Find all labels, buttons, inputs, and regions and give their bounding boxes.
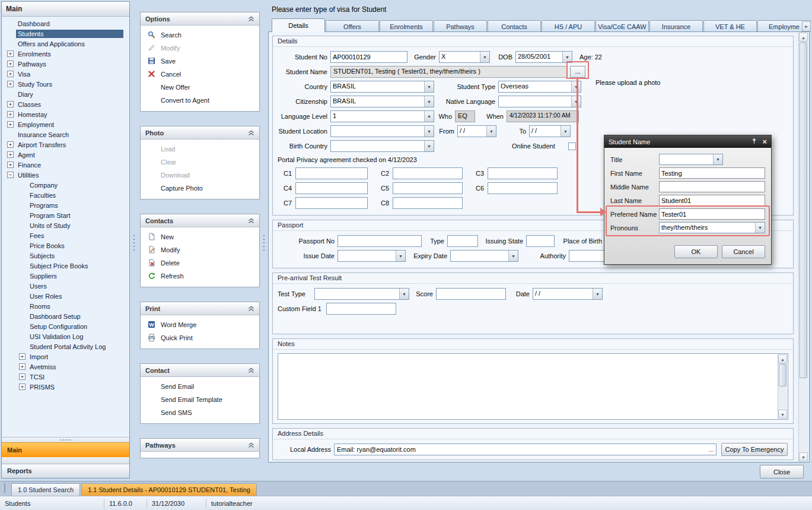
sidebar-item-dashboard[interactable]: Dashboard <box>2 18 129 28</box>
sidebar-item-fees[interactable]: Fees <box>2 230 129 240</box>
panel-item-convert-to-agent[interactable]: Convert to Agent <box>141 94 259 107</box>
expiry-date-combo[interactable]: ▼ <box>450 250 518 262</box>
panel-item-modify[interactable]: Modify <box>141 42 259 55</box>
dropdown-arrow-icon[interactable]: ▼ <box>424 81 434 92</box>
tab-details[interactable]: Details <box>272 18 325 32</box>
notes-scrollbar-thumb[interactable] <box>779 364 786 387</box>
from-date-combo[interactable]: / / ▼ <box>457 125 496 137</box>
dropdown-arrow-icon[interactable]: ▼ <box>593 289 602 299</box>
dropdown-arrow-icon[interactable]: ▼ <box>713 154 722 164</box>
expand-plus-icon[interactable]: + <box>7 121 14 128</box>
to-date-combo[interactable]: / / ▼ <box>529 125 571 137</box>
panel-item-send-sms[interactable]: Send SMS <box>141 406 259 419</box>
test-date-combo[interactable]: / / ▼ <box>533 288 603 300</box>
sidebar-item-students[interactable]: Students <box>2 28 129 39</box>
sidebar-item-programs[interactable]: Programs <box>2 200 129 210</box>
edit-address-button[interactable]: ... <box>706 446 716 453</box>
sidebar-item-price-books[interactable]: Price Books <box>2 240 129 251</box>
dropdown-arrow-icon[interactable]: ▼ <box>424 111 434 122</box>
page-scrollbar[interactable]: ▲ ▼ <box>798 33 808 461</box>
panel-item-modify[interactable]: Modify <box>141 243 259 256</box>
sidebar-item-pathways[interactable]: +Pathways <box>2 59 129 69</box>
panel-item-save[interactable]: Save <box>141 55 259 68</box>
dropdown-arrow-icon[interactable]: ▼ <box>424 141 434 151</box>
doc-tab-student-search[interactable]: 1.0 Student Search <box>11 483 80 496</box>
dialog-close-icon[interactable]: × <box>762 138 767 145</box>
expand-plus-icon[interactable]: + <box>19 363 26 370</box>
student-type-combo[interactable]: Overseas ▼ <box>498 81 581 93</box>
dropdown-arrow-icon[interactable]: ▼ <box>562 52 572 62</box>
preferred-name-input[interactable] <box>659 208 765 220</box>
tab-offers[interactable]: Offers <box>326 20 379 32</box>
panel-item-download[interactable]: Download <box>141 169 259 182</box>
edit-student-name-button[interactable]: ... <box>570 66 585 78</box>
sidebar-item-agent[interactable]: +Agent <box>2 150 129 160</box>
sidebar-item-import[interactable]: +Import <box>2 351 129 362</box>
sidebar-footer-main[interactable]: Main <box>2 442 129 457</box>
birth-country-combo[interactable]: ▼ <box>330 140 434 152</box>
c8-input[interactable] <box>393 197 463 209</box>
sidebar-item-program-start[interactable]: Program Start <box>2 210 129 220</box>
sidebar-item-offers-and-applications[interactable]: Offers and Applications <box>2 39 129 49</box>
sidebar-item-rooms[interactable]: Rooms <box>2 301 129 311</box>
tab-bar-grip-icon[interactable] <box>4 483 7 493</box>
expand-plus-icon[interactable]: + <box>19 353 26 360</box>
c1-input[interactable] <box>295 167 368 179</box>
sidebar-item-finance[interactable]: +Finance <box>2 160 129 170</box>
panels-splitter[interactable] <box>261 1 267 479</box>
gender-combo[interactable]: X ▼ <box>439 51 490 63</box>
sidebar-footer-reports[interactable]: Reports <box>2 464 129 478</box>
expand-plus-icon[interactable]: + <box>19 384 26 390</box>
expand-plus-icon[interactable]: + <box>7 161 14 168</box>
panel-header-options[interactable]: Options <box>141 12 259 26</box>
scroll-down-icon[interactable]: ▼ <box>778 410 787 419</box>
expand-plus-icon[interactable]: + <box>7 61 14 67</box>
scroll-down-icon[interactable]: ▼ <box>799 452 808 461</box>
online-student-checkbox[interactable] <box>568 142 576 150</box>
c3-input[interactable] <box>488 167 558 179</box>
pin-icon[interactable] <box>751 138 757 145</box>
sidebar-item-homestay[interactable]: +Homestay <box>2 109 129 119</box>
sidebar-item-company[interactable]: Company <box>2 180 129 190</box>
dropdown-arrow-icon[interactable]: ▼ <box>480 52 489 62</box>
c7-input[interactable] <box>295 197 368 209</box>
panel-item-send-email[interactable]: Send Email <box>141 380 259 393</box>
doc-tab-student-details[interactable]: 1.1 Student Details - AP00010129 STUDENT… <box>81 483 257 496</box>
panel-item-cancel[interactable]: Cancel <box>141 68 259 81</box>
panel-item-new-offer[interactable]: New Offer <box>141 81 259 94</box>
sidebar-item-subjects[interactable]: Subjects <box>2 251 129 261</box>
collapse-chevron-icon[interactable] <box>248 16 254 22</box>
passport-no-input[interactable] <box>337 235 422 247</box>
sidebar-item-study-tours[interactable]: +Study Tours <box>2 79 129 89</box>
expand-plus-icon[interactable]: + <box>7 50 14 57</box>
native-language-combo[interactable]: ▼ <box>498 96 581 107</box>
sidebar-item-tcsi[interactable]: +TCSI <box>2 372 129 382</box>
expand-plus-icon[interactable]: + <box>7 81 14 87</box>
collapse-chevron-icon[interactable] <box>248 218 254 224</box>
sidebar-item-classes[interactable]: +Classes <box>2 99 129 109</box>
issue-date-combo[interactable]: ▼ <box>337 250 406 262</box>
cancel-button[interactable]: Cancel <box>722 245 765 258</box>
student-location-combo[interactable]: ▼ <box>330 125 434 137</box>
dob-date-combo[interactable]: 28/05/2001 ▼ <box>515 51 572 63</box>
tab-pathways[interactable]: Pathways <box>434 20 487 32</box>
citizenship-combo[interactable]: BRASIL ▼ <box>330 96 434 107</box>
panel-item-delete[interactable]: Delete <box>141 256 259 270</box>
dialog-titlebar[interactable]: Student Name × <box>604 135 771 148</box>
panel-item-search[interactable]: Search <box>141 28 259 42</box>
dropdown-arrow-icon[interactable]: ▼ <box>571 81 581 92</box>
sidebar-item-diary[interactable]: Diary <box>2 89 129 99</box>
notes-textarea[interactable]: ▲ ▼ <box>278 353 788 420</box>
sidebar-item-visa[interactable]: +Visa <box>2 69 129 79</box>
sidebar-item-user-roles[interactable]: User Roles <box>2 291 129 301</box>
collapse-chevron-icon[interactable] <box>248 130 254 136</box>
passport-type-input[interactable] <box>447 235 478 247</box>
panel-item-quick-print[interactable]: Quick Print <box>141 331 259 344</box>
sidebar-item-enrolments[interactable]: +Enrolments <box>2 49 129 59</box>
expand-plus-icon[interactable]: + <box>7 111 14 118</box>
c5-input[interactable] <box>393 182 463 194</box>
expand-plus-icon[interactable]: + <box>7 101 14 107</box>
panel-item-send-email-template[interactable]: Send Email Template <box>141 393 259 406</box>
panel-item-word-merge[interactable]: WWord Merge <box>141 318 259 331</box>
dropdown-arrow-icon[interactable]: ▼ <box>399 289 409 299</box>
